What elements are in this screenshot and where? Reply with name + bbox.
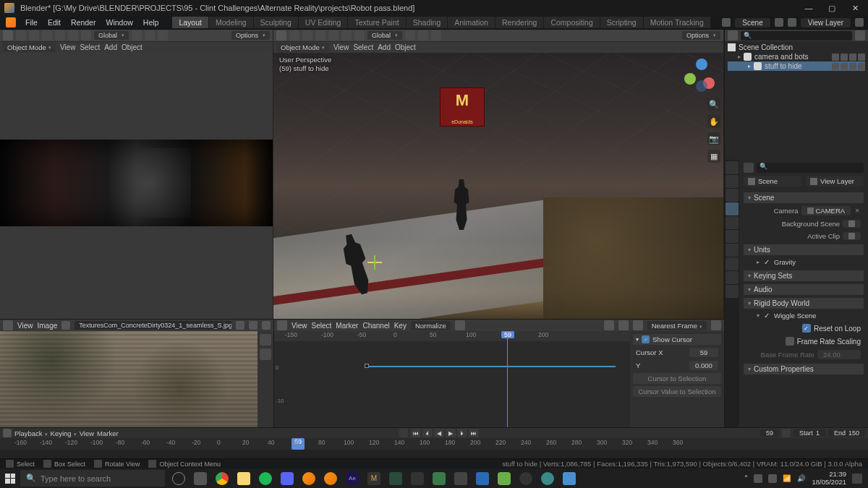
clear-icon[interactable]: ×: [854, 207, 861, 215]
normalize-button[interactable]: Normalize: [411, 321, 451, 330]
pan-icon[interactable]: [260, 348, 271, 360]
snap-toggle-icon[interactable]: [145, 30, 155, 40]
snap-icon[interactable]: [42, 30, 52, 40]
unlink-icon[interactable]: [236, 321, 244, 330]
play-icon[interactable]: ▶: [446, 429, 456, 437]
menu-key[interactable]: Key: [394, 322, 407, 330]
tab-shading[interactable]: Shading: [407, 17, 448, 28]
panel-keying-sets[interactable]: Keying Sets: [744, 270, 864, 281]
transform-orientation[interactable]: Global: [367, 31, 402, 40]
panel-units[interactable]: Units: [744, 244, 864, 255]
start-frame-field[interactable]: Start1: [793, 429, 825, 437]
keyframe-next-icon[interactable]: ⏵: [457, 429, 467, 437]
navigation-gizmo[interactable]: [683, 57, 718, 92]
disable-icon[interactable]: [849, 63, 856, 70]
hide-icon[interactable]: [841, 63, 848, 70]
perspective-toggle-icon[interactable]: ▦: [707, 150, 720, 163]
app-blue-icon[interactable]: [472, 468, 493, 488]
tab-particles-icon[interactable]: [726, 257, 739, 270]
select-tool-icon[interactable]: [29, 30, 39, 40]
zoom-tool-icon[interactable]: 🔍: [707, 98, 720, 111]
cursor-x-field[interactable]: 59: [689, 348, 718, 357]
outliner-scene-collection[interactable]: Scene Collection: [728, 43, 865, 52]
tray-chevron-icon[interactable]: ˄: [744, 474, 748, 482]
snap-icon4[interactable]: [81, 30, 91, 40]
menu-render[interactable]: Render: [66, 18, 101, 27]
reset-on-loop-checkbox[interactable]: ✓: [802, 324, 811, 333]
menu-view[interactable]: View: [17, 322, 33, 330]
tray-icon[interactable]: [754, 474, 762, 483]
viewlayer-field[interactable]: View Layer: [801, 18, 851, 27]
filter-icon[interactable]: [855, 30, 865, 40]
camera-view-icon[interactable]: 📷: [707, 132, 720, 145]
menu-select[interactable]: Select: [312, 322, 332, 330]
play-reverse-icon[interactable]: ◀: [434, 429, 444, 437]
scene-icon[interactable]: [722, 18, 731, 27]
menu-channel[interactable]: Channel: [362, 322, 389, 330]
clock[interactable]: 21:39 18/05/2021: [812, 471, 846, 486]
editor-type-icon[interactable]: [277, 320, 287, 330]
jump-end-icon[interactable]: ⏭: [469, 429, 479, 437]
camera-field[interactable]: CAMERA: [801, 206, 851, 215]
tab-modifier-icon[interactable]: [726, 244, 739, 257]
cursor-to-selection-button[interactable]: Cursor to Selection: [633, 373, 721, 384]
snap-icon3[interactable]: [68, 30, 78, 40]
active-clip-field[interactable]: [843, 232, 861, 240]
preview-range-icon[interactable]: [782, 429, 791, 437]
new-icon[interactable]: [249, 321, 258, 330]
show-cursor-checkbox[interactable]: ✓: [642, 335, 650, 343]
keyframe-icon[interactable]: [365, 364, 369, 368]
panel-rigid-body[interactable]: Rigid Body World: [744, 298, 864, 309]
panel-audio[interactable]: Audio: [744, 284, 864, 295]
panel-gravity[interactable]: ▸✓Gravity: [744, 257, 864, 267]
transform-orientation[interactable]: Global: [94, 31, 129, 40]
menu-view[interactable]: View: [292, 322, 307, 330]
editor-type-icon[interactable]: [276, 30, 286, 40]
tray-icon[interactable]: [768, 474, 777, 483]
tab-scene-icon[interactable]: [726, 202, 739, 215]
axis-neg-z-icon[interactable]: [696, 80, 707, 92]
cortana-icon[interactable]: [168, 468, 190, 488]
tab-uv-editing[interactable]: UV Editing: [299, 17, 349, 28]
menu-playback[interactable]: Playback: [14, 429, 48, 437]
menu-edit[interactable]: Edit: [43, 18, 66, 27]
keyframe-prev-icon[interactable]: ⏴: [422, 429, 433, 437]
tab-animation[interactable]: Animation: [448, 17, 495, 28]
snap-icon2[interactable]: [55, 30, 65, 40]
snap-icon[interactable]: [618, 320, 629, 330]
outliner-item-camera-and-bots[interactable]: ▸ camera and bots: [728, 52, 865, 61]
tab-world-icon[interactable]: [726, 216, 739, 229]
spotify-icon[interactable]: [255, 468, 276, 488]
pivot-icon[interactable]: [405, 30, 415, 40]
end-frame-field[interactable]: End150: [828, 429, 865, 437]
cursor-tool-icon[interactable]: [16, 30, 26, 40]
ghost-icon[interactable]: [455, 320, 465, 330]
minimize-button[interactable]: —: [800, 2, 817, 14]
render-icon[interactable]: [858, 63, 865, 70]
menu-file[interactable]: File: [20, 18, 43, 27]
app-green3-icon[interactable]: [493, 468, 515, 488]
graph-playhead[interactable]: [507, 331, 508, 427]
start-button[interactable]: [0, 468, 20, 488]
outliner-type-icon[interactable]: [728, 30, 738, 40]
close-button[interactable]: ✕: [846, 2, 864, 14]
right-viewport-canvas[interactable]: eDonalds User Perspective (59) stuff to …: [273, 53, 723, 319]
nearest-frame-dropdown[interactable]: Nearest Frame: [647, 321, 707, 330]
tab-object-icon[interactable]: [726, 230, 739, 243]
scene-new-icon[interactable]: [775, 18, 783, 27]
image-icon[interactable]: [61, 321, 70, 330]
wifi-icon[interactable]: 📶: [783, 474, 791, 482]
render-icon[interactable]: [858, 53, 865, 61]
mode-dropdown[interactable]: Object Mode: [3, 43, 56, 52]
current-frame-field[interactable]: 59: [760, 429, 779, 437]
blender-icon[interactable]: [298, 468, 320, 488]
image-name-field[interactable]: TexturesCom_ConcreteDirty0324_1_seamless…: [75, 321, 231, 330]
menu-object[interactable]: Object: [395, 43, 416, 51]
image-canvas[interactable]: [0, 331, 258, 427]
left-viewport-canvas[interactable]: [0, 53, 273, 319]
menu-marker[interactable]: Marker: [97, 429, 119, 437]
menu-add[interactable]: Add: [104, 43, 117, 51]
explorer-icon[interactable]: [233, 468, 255, 488]
viewlayer-button[interactable]: View Layer: [806, 176, 864, 187]
snap-icon[interactable]: [315, 30, 326, 40]
